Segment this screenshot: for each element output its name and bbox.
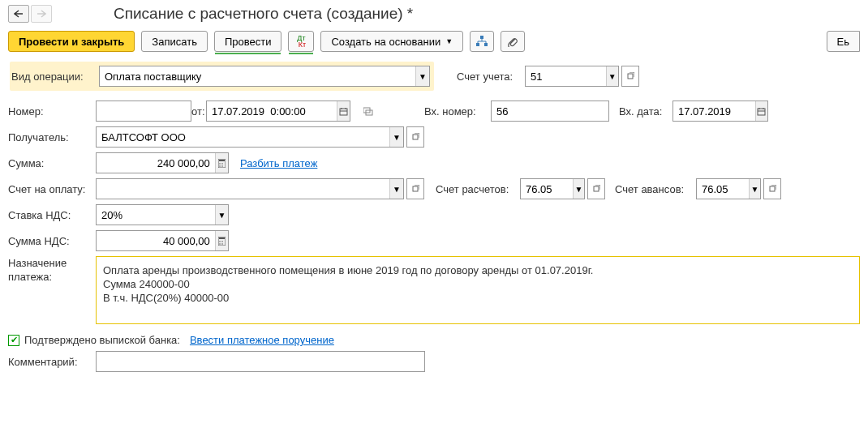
structure-button[interactable]: [470, 31, 494, 52]
op-type-field[interactable]: ▼: [99, 66, 430, 87]
account-field[interactable]: ▼: [525, 66, 619, 87]
vat-sum-input[interactable]: [97, 231, 215, 250]
date-calendar-button[interactable]: [337, 101, 350, 121]
svg-rect-5: [363, 108, 370, 113]
split-payment-link[interactable]: Разбить платеж: [240, 157, 317, 169]
svg-point-14: [221, 165, 223, 167]
vat-rate-field[interactable]: ▼: [96, 204, 229, 225]
calculator-icon: [218, 237, 226, 246]
from-label: от:: [191, 105, 201, 118]
purpose-field[interactable]: Оплата аренды производственного помещени…: [96, 256, 860, 324]
create-based-label: Создать на основании: [331, 36, 440, 48]
svg-point-23: [221, 243, 223, 245]
svg-rect-8: [413, 135, 418, 139]
sum-input[interactable]: [97, 153, 215, 173]
calc-account-dropdown[interactable]: ▼: [573, 179, 584, 199]
account-input[interactable]: [526, 66, 606, 86]
enter-order-link[interactable]: Ввести платежное поручение: [190, 334, 334, 346]
invoice-dropdown[interactable]: ▼: [389, 179, 403, 199]
adv-account-open-button[interactable]: [763, 178, 781, 199]
arrow-left-icon: [14, 10, 24, 18]
confirmed-checkbox[interactable]: ✔: [8, 335, 19, 346]
vat-rate-label: Ставка НДС:: [8, 209, 96, 221]
dropdown-icon: ▼: [445, 37, 453, 45]
op-type-dropdown[interactable]: ▼: [415, 66, 429, 86]
sum-label: Сумма:: [8, 157, 96, 169]
comment-field[interactable]: [96, 351, 425, 372]
open-icon: [411, 185, 419, 193]
save-button[interactable]: Записать: [141, 31, 208, 52]
create-based-button[interactable]: Создать на основании ▼: [320, 31, 463, 52]
svg-rect-19: [219, 237, 225, 239]
svg-rect-7: [758, 109, 765, 115]
calc-account-field[interactable]: ▼: [520, 178, 585, 199]
op-type-input[interactable]: [100, 66, 415, 86]
svg-point-12: [221, 163, 223, 165]
calculator-icon: [218, 159, 226, 168]
sum-calc-button[interactable]: [215, 153, 228, 173]
svg-point-11: [219, 163, 221, 165]
svg-rect-3: [628, 74, 633, 79]
adv-account-dropdown[interactable]: ▼: [749, 179, 760, 199]
account-dropdown[interactable]: ▼: [606, 66, 618, 86]
calc-account-open-button[interactable]: [587, 178, 605, 199]
invoice-open-button[interactable]: [406, 178, 424, 199]
svg-rect-4: [340, 109, 347, 115]
svg-rect-9: [218, 159, 226, 168]
purpose-label: Назначение платежа:: [8, 256, 96, 284]
in-date-input[interactable]: [673, 101, 755, 121]
open-icon: [411, 133, 419, 141]
nav-forward-button: [31, 5, 52, 23]
date-extra-button[interactable]: [359, 101, 377, 122]
recipient-dropdown[interactable]: ▼: [389, 127, 403, 147]
calc-account-input[interactable]: [521, 179, 573, 199]
number-label: Номер:: [8, 105, 96, 118]
adv-account-field[interactable]: ▼: [696, 178, 761, 199]
page-title: Списание с расчетного счета (создание) *: [114, 5, 413, 23]
recipient-open-button[interactable]: [406, 126, 424, 148]
vat-rate-dropdown[interactable]: ▼: [215, 205, 228, 225]
in-number-label: Вх. номер:: [424, 105, 491, 118]
calc-account-label: Счет расчетов:: [436, 183, 520, 195]
account-label: Счет учета:: [457, 71, 525, 83]
svg-rect-16: [594, 186, 599, 191]
purpose-text[interactable]: Оплата аренды производственного помещени…: [103, 263, 853, 317]
sum-field[interactable]: [96, 152, 229, 173]
toolbar: Провести и закрыть Записать Провести ДтК…: [8, 31, 860, 52]
in-date-calendar-button[interactable]: [755, 101, 767, 121]
nav-back-button[interactable]: [8, 5, 29, 23]
operation-type-row: Вид операции: ▼: [10, 62, 434, 91]
confirmed-label: Подтверждено выпиской банка:: [24, 334, 180, 346]
account-open-button[interactable]: [621, 66, 639, 87]
number-field[interactable]: [96, 101, 191, 122]
in-date-field[interactable]: [672, 101, 768, 122]
recipient-input[interactable]: [97, 127, 389, 147]
date-input[interactable]: [207, 101, 337, 121]
dtkt-button[interactable]: ДтКт: [288, 31, 314, 52]
adv-account-input[interactable]: [697, 179, 749, 199]
more-button[interactable]: Еь: [827, 31, 860, 52]
paperclip-icon: [507, 36, 518, 47]
vat-sum-field[interactable]: [96, 230, 229, 251]
date-field[interactable]: [206, 101, 350, 122]
number-input[interactable]: [97, 101, 191, 121]
vat-rate-input[interactable]: [97, 205, 215, 225]
svg-rect-1: [476, 43, 479, 46]
open-icon: [626, 72, 634, 80]
in-number-field[interactable]: [491, 101, 609, 122]
post-button[interactable]: Провести: [214, 31, 282, 52]
comment-input[interactable]: [97, 352, 424, 371]
op-type-label: Вид операции:: [11, 71, 99, 83]
in-date-label: Вх. дата:: [619, 105, 672, 118]
svg-rect-17: [770, 186, 775, 191]
svg-rect-15: [413, 186, 418, 191]
vat-sum-calc-button[interactable]: [215, 231, 228, 250]
in-number-input[interactable]: [492, 101, 608, 121]
post-and-close-button[interactable]: Провести и закрыть: [8, 31, 135, 52]
calendar-icon: [757, 107, 766, 116]
invoice-field[interactable]: ▼: [96, 178, 404, 199]
recipient-field[interactable]: ▼: [96, 126, 404, 148]
attach-button[interactable]: [501, 31, 525, 52]
svg-point-22: [219, 243, 221, 245]
invoice-input[interactable]: [97, 179, 389, 199]
